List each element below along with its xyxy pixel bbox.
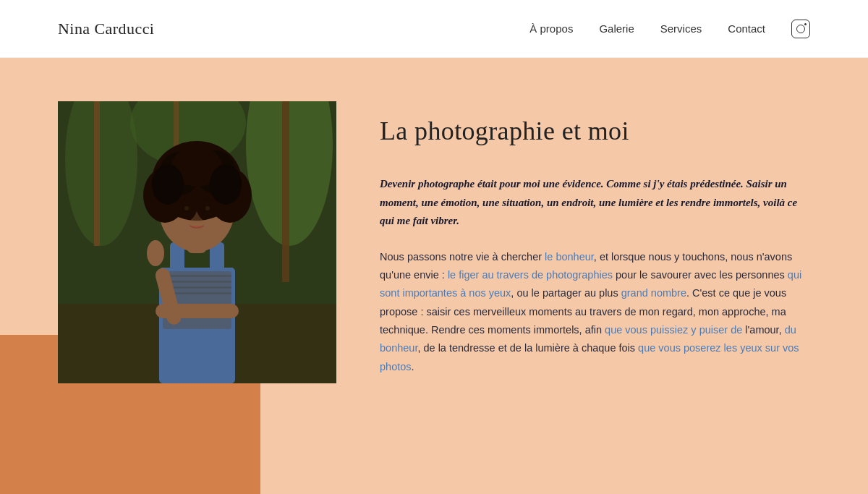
svg-rect-12 (163, 275, 231, 277)
site-header: Nina Carducci À propos Galerie Services … (0, 0, 868, 58)
highlight-figer: le figer au travers de photographies (448, 269, 613, 281)
site-title: Nina Carducci (58, 20, 154, 38)
svg-point-29 (205, 206, 210, 210)
instagram-icon (791, 20, 810, 38)
content-wrapper: La photographie et moi Devenir photograp… (58, 101, 810, 383)
svg-rect-13 (163, 281, 231, 283)
highlight-bonheur: le bonheur (545, 251, 594, 263)
section-title: La photographie et moi (380, 116, 810, 146)
main-nav: À propos Galerie Services Contact (529, 20, 810, 38)
highlight-que2: que vous poserez les yeux sur vos photos (380, 342, 799, 372)
svg-rect-32 (156, 304, 239, 318)
nav-services[interactable]: Services (660, 22, 702, 35)
highlight-que: que vous puissiez y puiser de (605, 324, 742, 336)
intro-paragraph: Devenir photographe était pour moi une é… (380, 175, 810, 231)
highlight-grand: grand nombre (621, 287, 686, 299)
instagram-link[interactable] (791, 20, 810, 38)
nav-contact[interactable]: Contact (728, 22, 765, 35)
photo-container (58, 101, 336, 383)
svg-rect-5 (282, 101, 289, 282)
body-paragraph: Nous passons notre vie à chercher le bon… (380, 248, 810, 377)
nav-a-propos[interactable]: À propos (529, 22, 573, 35)
svg-point-28 (184, 206, 189, 210)
svg-point-25 (210, 164, 242, 205)
svg-rect-4 (94, 101, 100, 246)
svg-point-31 (147, 240, 164, 266)
photographer-photo (58, 101, 336, 383)
about-section: La photographie et moi Devenir photograp… (0, 58, 868, 494)
nav-galerie[interactable]: Galerie (599, 22, 634, 35)
about-text-content: La photographie et moi Devenir photograp… (380, 101, 810, 376)
svg-point-24 (152, 164, 184, 205)
